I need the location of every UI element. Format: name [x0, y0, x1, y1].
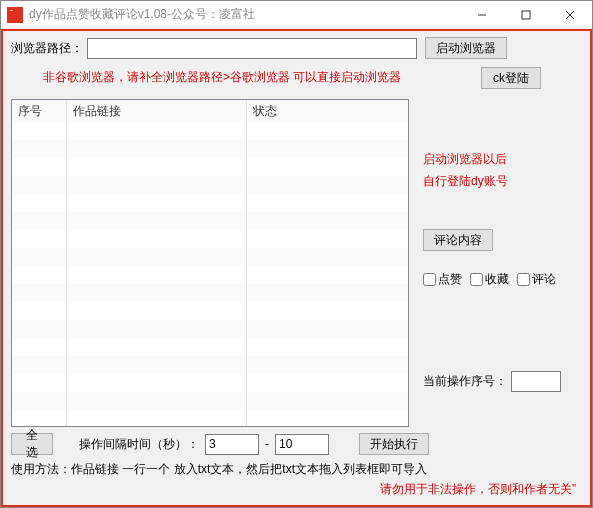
table-body: [12, 122, 408, 427]
table-row: [12, 392, 408, 410]
interval-label: 操作间隔时间（秒）：: [79, 436, 199, 453]
table-row: [12, 302, 408, 320]
table-row: [12, 158, 408, 176]
comment-checkbox-label[interactable]: 评论: [517, 271, 556, 288]
comment-checkbox[interactable]: [517, 273, 530, 286]
usage-text: 使用方法：作品链接 一行一个 放入txt文本，然后把txt文本拖入列表框即可导入: [11, 461, 427, 478]
launch-browser-button[interactable]: 启动浏览器: [425, 37, 507, 59]
comment-content-button[interactable]: 评论内容: [423, 229, 493, 251]
minimize-button[interactable]: [460, 1, 504, 29]
table-row: [12, 284, 408, 302]
table-row: [12, 140, 408, 158]
browser-hint-text: 非谷歌浏览器，请补全浏览器路径>谷歌浏览器 可以直接启动浏览器: [43, 69, 401, 86]
minimize-icon: [477, 10, 487, 20]
table-row: [12, 230, 408, 248]
start-button[interactable]: 开始执行: [359, 433, 429, 455]
interval-dash: -: [265, 437, 269, 451]
browser-path-label: 浏览器路径：: [11, 40, 83, 57]
table-row: [12, 212, 408, 230]
collect-checkbox-label[interactable]: 收藏: [470, 271, 509, 288]
table-row: [12, 356, 408, 374]
app-icon: [7, 7, 23, 23]
browser-path-input[interactable]: [87, 38, 417, 59]
svg-rect-1: [522, 11, 530, 19]
col-link-header: 作品链接: [67, 100, 247, 122]
table-row: [12, 374, 408, 392]
table-row: [12, 194, 408, 212]
table-row: [12, 122, 408, 140]
table-row: [12, 176, 408, 194]
side-instruction-2: 自行登陆dy账号: [423, 173, 508, 190]
collect-label: 收藏: [485, 271, 509, 288]
ck-login-button[interactable]: ck登陆: [481, 67, 541, 89]
warning-text: 请勿用于非法操作，否则和作者无关”: [380, 481, 576, 498]
app-window: dy作品点赞收藏评论v1.08-公众号：凌富社 浏览器路径： 启动浏览器 非谷歌…: [0, 0, 593, 508]
col-index-header: 序号: [12, 100, 67, 122]
titlebar: dy作品点赞收藏评论v1.08-公众号：凌富社: [1, 1, 592, 29]
maximize-icon: [521, 10, 531, 20]
side-instruction-1: 启动浏览器以后: [423, 151, 507, 168]
current-index-label: 当前操作序号：: [423, 373, 507, 390]
close-button[interactable]: [548, 1, 592, 29]
comment-label: 评论: [532, 271, 556, 288]
like-checkbox[interactable]: [423, 273, 436, 286]
window-title: dy作品点赞收藏评论v1.08-公众号：凌富社: [29, 6, 460, 23]
table-row: [12, 266, 408, 284]
client-area: 浏览器路径： 启动浏览器 非谷歌浏览器，请补全浏览器路径>谷歌浏览器 可以直接启…: [1, 29, 592, 507]
table-header: 序号 作品链接 状态: [12, 100, 408, 122]
current-index-input[interactable]: [511, 371, 561, 392]
interval-from-input[interactable]: [205, 434, 259, 455]
table-row: [12, 320, 408, 338]
table-row: [12, 248, 408, 266]
table-row: [12, 338, 408, 356]
collect-checkbox[interactable]: [470, 273, 483, 286]
links-table[interactable]: 序号 作品链接 状态: [11, 99, 409, 427]
table-row: [12, 410, 408, 427]
like-checkbox-label[interactable]: 点赞: [423, 271, 462, 288]
interval-to-input[interactable]: [275, 434, 329, 455]
select-all-button[interactable]: 全选: [11, 433, 53, 455]
col-status-header: 状态: [247, 100, 408, 122]
close-icon: [565, 10, 575, 20]
maximize-button[interactable]: [504, 1, 548, 29]
like-label: 点赞: [438, 271, 462, 288]
